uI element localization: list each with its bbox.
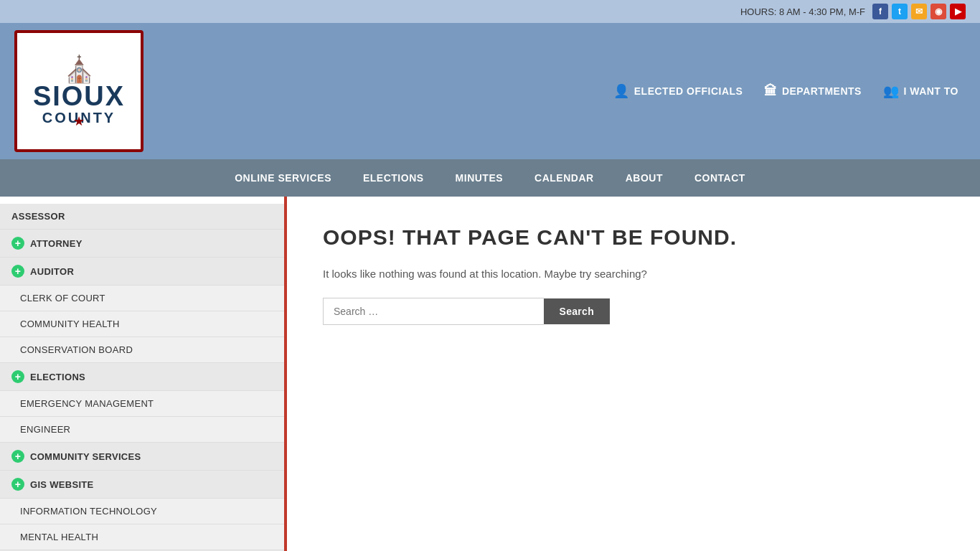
page-title: OOPS! THAT PAGE CAN'T BE FOUND. bbox=[323, 225, 944, 250]
clerk-of-court-label: CLERK OF COURT bbox=[20, 293, 105, 303]
plus-icon-auditor: + bbox=[11, 265, 24, 278]
top-bar: HOURS: 8 AM - 4:30 PM, M-F f t ✉ ◉ ▶ bbox=[0, 0, 980, 23]
mental-health-label: MENTAL HEALTH bbox=[20, 532, 98, 542]
content-wrapper: ASSESSOR + ATTORNEY + AUDITOR CLERK OF C… bbox=[0, 197, 980, 551]
logo-outer: ⛪ SIOUX COUNTY ★ bbox=[14, 30, 143, 152]
nav-minutes[interactable]: MINUTES bbox=[440, 159, 519, 197]
search-form: Search bbox=[323, 298, 610, 325]
main-content: OOPS! THAT PAGE CAN'T BE FOUND. It looks… bbox=[287, 197, 980, 551]
search-input[interactable] bbox=[323, 298, 544, 325]
logo-area: ⛪ SIOUX COUNTY ★ bbox=[7, 27, 151, 156]
nav-online-services[interactable]: ONLINE SERVICES bbox=[219, 159, 347, 197]
sidebar-item-elections[interactable]: + ELECTIONS bbox=[0, 363, 284, 391]
hours-text: HOURS: 8 AM - 4:30 PM, M-F bbox=[740, 6, 865, 17]
elections-label: ELECTIONS bbox=[30, 372, 85, 382]
i-want-to-label: I WANT TO bbox=[903, 85, 958, 97]
sidebar-item-community-services[interactable]: + COMMUNITY SERVICES bbox=[0, 443, 284, 471]
nav-contact[interactable]: CONTACT bbox=[679, 159, 761, 197]
header-nav: 👤 ELECTED OFFICIALS 🏛 DEPARTMENTS 👥 I WA… bbox=[613, 83, 958, 99]
sidebar-item-auditor[interactable]: + AUDITOR bbox=[0, 258, 284, 286]
departments-label: DEPARTMENTS bbox=[782, 85, 862, 97]
sidebar-item-assessor[interactable]: ASSESSOR bbox=[0, 204, 284, 230]
logo-sioux-text: SIOUX bbox=[33, 83, 125, 110]
logo-box: ⛪ SIOUX COUNTY ★ bbox=[7, 27, 151, 156]
nav-elections[interactable]: ELECTIONS bbox=[347, 159, 440, 197]
header: ⛪ SIOUX COUNTY ★ 👤 ELECTED OFFICIALS 🏛 D… bbox=[0, 23, 980, 159]
church-tower-icon: ⛪ bbox=[63, 57, 95, 83]
sidebar-item-community-health[interactable]: COMMUNITY HEALTH bbox=[0, 311, 284, 337]
engineer-label: ENGINEER bbox=[20, 424, 70, 435]
sidebar-item-conservation-board[interactable]: CONSERVATION BOARD bbox=[0, 337, 284, 363]
plus-icon-community-services: + bbox=[11, 450, 24, 463]
social-icons: f t ✉ ◉ ▶ bbox=[872, 4, 966, 19]
plus-icon-attorney: + bbox=[11, 237, 24, 250]
departments-icon: 🏛 bbox=[764, 84, 778, 99]
assessor-label: ASSESSOR bbox=[11, 211, 65, 222]
community-health-label: COMMUNITY HEALTH bbox=[20, 319, 120, 329]
sidebar-item-engineer[interactable]: ENGINEER bbox=[0, 417, 284, 443]
elected-officials-link[interactable]: 👤 ELECTED OFFICIALS bbox=[613, 83, 743, 99]
conservation-board-label: CONSERVATION BOARD bbox=[20, 344, 133, 355]
maps-icon[interactable]: ◉ bbox=[930, 4, 946, 19]
logo-star-icon: ★ bbox=[73, 113, 85, 129]
i-want-to-icon: 👥 bbox=[883, 83, 900, 99]
sidebar-item-clerk-of-court[interactable]: CLERK OF COURT bbox=[0, 286, 284, 311]
auditor-label: AUDITOR bbox=[30, 266, 74, 277]
attorney-label: ATTORNEY bbox=[30, 238, 83, 249]
nav-calendar[interactable]: CALENDAR bbox=[519, 159, 610, 197]
sidebar-item-gis-website[interactable]: + GIS WEBSITE bbox=[0, 471, 284, 499]
gis-website-label: GIS WEBSITE bbox=[30, 479, 94, 490]
facebook-icon[interactable]: f bbox=[872, 4, 888, 19]
community-services-label: COMMUNITY SERVICES bbox=[30, 451, 141, 462]
i-want-to-link[interactable]: 👥 I WANT TO bbox=[883, 83, 958, 99]
main-nav: ONLINE SERVICES ELECTIONS MINUTES CALEND… bbox=[0, 159, 980, 197]
youtube-icon[interactable]: ▶ bbox=[950, 4, 966, 19]
departments-link[interactable]: 🏛 DEPARTMENTS bbox=[764, 84, 862, 99]
emergency-management-label: EMERGENCY MANAGEMENT bbox=[20, 398, 154, 409]
plus-icon-elections: + bbox=[11, 370, 24, 383]
elected-officials-label: ELECTED OFFICIALS bbox=[634, 85, 743, 97]
sidebar-item-emergency-management[interactable]: EMERGENCY MANAGEMENT bbox=[0, 391, 284, 417]
information-technology-label: INFORMATION TECHNOLOGY bbox=[20, 506, 157, 517]
elected-officials-icon: 👤 bbox=[613, 83, 630, 99]
nav-about[interactable]: ABOUT bbox=[610, 159, 679, 197]
plus-icon-gis-website: + bbox=[11, 478, 24, 491]
search-button[interactable]: Search bbox=[544, 298, 611, 324]
not-found-text: It looks like nothing was found at this … bbox=[323, 268, 944, 280]
sidebar: ASSESSOR + ATTORNEY + AUDITOR CLERK OF C… bbox=[0, 197, 287, 551]
sidebar-item-mental-health[interactable]: MENTAL HEALTH bbox=[0, 524, 284, 550]
sidebar-item-attorney[interactable]: + ATTORNEY bbox=[0, 230, 284, 258]
twitter-icon[interactable]: t bbox=[892, 4, 908, 19]
sidebar-item-information-technology[interactable]: INFORMATION TECHNOLOGY bbox=[0, 499, 284, 524]
email-icon[interactable]: ✉ bbox=[911, 4, 927, 19]
